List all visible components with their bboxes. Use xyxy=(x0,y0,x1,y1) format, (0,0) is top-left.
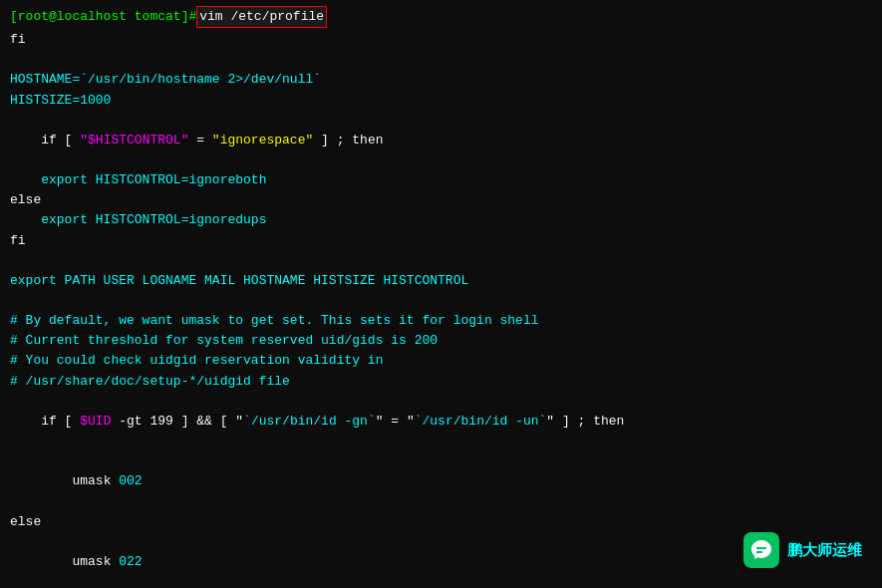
line-export-histcontrol1: export HISTCONTROL=ignoreboth xyxy=(10,170,872,190)
line-export-path: export PATH USER LOGNAME MAIL HOSTNAME H… xyxy=(10,271,872,291)
line-if-histcontrol: if [ "$HISTCONTROL" = "ignorespace" ] ; … xyxy=(10,111,872,170)
terminal-window: [root@localhost tomcat]# vim /etc/profil… xyxy=(0,0,882,588)
line-comment1: # By default, we want umask to get set. … xyxy=(10,311,872,331)
prompt-user: [root@localhost tomcat]# xyxy=(10,7,196,27)
line-else1: else xyxy=(10,190,872,210)
line-comment2: # Current threshold for system reserved … xyxy=(10,331,872,351)
line-blank3 xyxy=(10,291,872,311)
watermark-text: 鹏大师运维 xyxy=(787,538,862,561)
watermark-icon xyxy=(743,532,779,568)
line-blank2 xyxy=(10,251,872,271)
line-blank1 xyxy=(10,50,872,70)
line-if-uid: if [ $UID -gt 199 ] && [ "`/usr/bin/id -… xyxy=(10,392,872,451)
line-export-histcontrol2: export HISTCONTROL=ignoredups xyxy=(10,210,872,230)
watermark: 鹏大师运维 xyxy=(743,532,862,568)
prompt-line: [root@localhost tomcat]# vim /etc/profil… xyxy=(10,6,872,28)
line-comment4: # /usr/share/doc/setup-*/uidgid file xyxy=(10,372,872,392)
line-histsize: HISTSIZE=1000 xyxy=(10,91,872,111)
command-highlight: vim /etc/profile xyxy=(196,6,327,28)
line-else2: else xyxy=(10,512,872,532)
line-hostname: HOSTNAME=`/usr/bin/hostname 2>/dev/null` xyxy=(10,70,872,90)
line-fi1-text: fi xyxy=(10,30,872,50)
line-umask1: umask 002 xyxy=(10,451,872,511)
line-fi2: fi xyxy=(10,231,872,251)
line-comment3: # You could check uidgid reservation val… xyxy=(10,351,872,371)
